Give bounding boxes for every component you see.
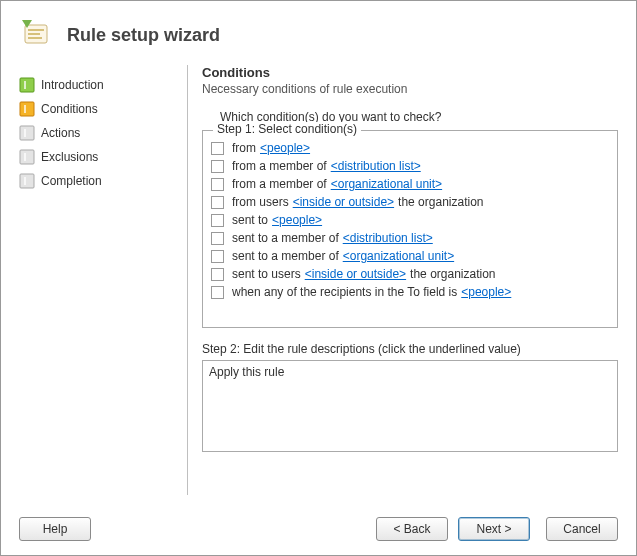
- step-label: Conditions: [41, 102, 98, 116]
- condition-text: from users: [232, 195, 289, 209]
- step-label: Exclusions: [41, 150, 98, 164]
- section-subtitle: Necessary conditions of rule execution: [202, 82, 618, 96]
- condition-link[interactable]: <distribution list>: [331, 159, 421, 173]
- cancel-button[interactable]: Cancel: [546, 517, 618, 541]
- step1-fieldset: Step 1: Select condition(s) from <people…: [202, 130, 618, 328]
- condition-checkbox[interactable]: [211, 268, 224, 281]
- condition-checkbox[interactable]: [211, 232, 224, 245]
- step-label: Completion: [41, 174, 102, 188]
- condition-checkbox[interactable]: [211, 250, 224, 263]
- condition-row[interactable]: from users <inside or outside> the organ…: [211, 193, 611, 211]
- svg-rect-13: [20, 174, 34, 188]
- sidebar-step-actions[interactable]: Actions: [19, 121, 187, 145]
- condition-row[interactable]: sent to <people>: [211, 211, 611, 229]
- condition-checkbox[interactable]: [211, 160, 224, 173]
- step-label: Actions: [41, 126, 80, 140]
- condition-row[interactable]: from a member of <organizational unit>: [211, 175, 611, 193]
- condition-checkbox[interactable]: [211, 142, 224, 155]
- condition-text: the organization: [410, 267, 495, 281]
- condition-row[interactable]: from a member of <distribution list>: [211, 157, 611, 175]
- wizard-header: Rule setup wizard: [1, 1, 636, 65]
- condition-checkbox[interactable]: [211, 214, 224, 227]
- wizard-footer: Help < Back Next > Cancel: [1, 507, 636, 555]
- svg-rect-5: [20, 78, 34, 92]
- condition-text: sent to: [232, 213, 268, 227]
- svg-rect-12: [24, 153, 26, 161]
- step-icon: [19, 101, 35, 117]
- condition-text: from: [232, 141, 256, 155]
- wizard-steps-sidebar: IntroductionConditionsActionsExclusionsC…: [19, 65, 187, 495]
- svg-rect-9: [20, 126, 34, 140]
- step-label: Introduction: [41, 78, 104, 92]
- condition-text: sent to users: [232, 267, 301, 281]
- rule-description-box[interactable]: Apply this rule: [202, 360, 618, 452]
- rule-description-text: Apply this rule: [209, 365, 284, 379]
- condition-text: the organization: [398, 195, 483, 209]
- section-title: Conditions: [202, 65, 618, 80]
- condition-text: from a member of: [232, 177, 327, 191]
- wizard-icon: [21, 19, 53, 51]
- svg-rect-6: [24, 81, 26, 89]
- svg-rect-2: [28, 33, 40, 35]
- condition-row[interactable]: when any of the recipients in the To fie…: [211, 283, 611, 301]
- wizard-title: Rule setup wizard: [67, 25, 220, 46]
- condition-row[interactable]: sent to users <inside or outside> the or…: [211, 265, 611, 283]
- vertical-divider: [187, 65, 188, 495]
- svg-rect-10: [24, 129, 26, 137]
- condition-link[interactable]: <inside or outside>: [293, 195, 394, 209]
- help-button[interactable]: Help: [19, 517, 91, 541]
- step2-label: Step 2: Edit the rule descriptions (clic…: [202, 342, 618, 356]
- sidebar-step-introduction[interactable]: Introduction: [19, 73, 187, 97]
- step1-label: Step 1: Select condition(s): [213, 122, 361, 136]
- condition-text: sent to a member of: [232, 249, 339, 263]
- condition-text: sent to a member of: [232, 231, 339, 245]
- condition-link[interactable]: <distribution list>: [343, 231, 433, 245]
- svg-rect-7: [20, 102, 34, 116]
- condition-checkbox[interactable]: [211, 196, 224, 209]
- svg-rect-3: [28, 37, 42, 39]
- condition-link[interactable]: <people>: [272, 213, 322, 227]
- step-icon: [19, 77, 35, 93]
- condition-link[interactable]: <organizational unit>: [331, 177, 442, 191]
- svg-rect-14: [24, 177, 26, 185]
- conditions-list[interactable]: from <people>from a member of <distribut…: [203, 131, 617, 327]
- next-button[interactable]: Next >: [458, 517, 530, 541]
- condition-row[interactable]: from <people>: [211, 139, 611, 157]
- step-icon: [19, 125, 35, 141]
- svg-rect-11: [20, 150, 34, 164]
- condition-link[interactable]: <people>: [461, 285, 511, 299]
- condition-link[interactable]: <people>: [260, 141, 310, 155]
- condition-text: when any of the recipients in the To fie…: [232, 285, 457, 299]
- condition-checkbox[interactable]: [211, 286, 224, 299]
- condition-checkbox[interactable]: [211, 178, 224, 191]
- condition-row[interactable]: sent to a member of <organizational unit…: [211, 247, 611, 265]
- condition-link[interactable]: <organizational unit>: [343, 249, 454, 263]
- sidebar-step-completion[interactable]: Completion: [19, 169, 187, 193]
- svg-rect-1: [28, 29, 44, 31]
- condition-link[interactable]: <inside or outside>: [305, 267, 406, 281]
- svg-rect-8: [24, 105, 26, 113]
- step-icon: [19, 149, 35, 165]
- condition-text: from a member of: [232, 159, 327, 173]
- sidebar-step-exclusions[interactable]: Exclusions: [19, 145, 187, 169]
- main-panel: Conditions Necessary conditions of rule …: [202, 65, 618, 495]
- sidebar-step-conditions[interactable]: Conditions: [19, 97, 187, 121]
- condition-row[interactable]: sent to a member of <distribution list>: [211, 229, 611, 247]
- step-icon: [19, 173, 35, 189]
- back-button[interactable]: < Back: [376, 517, 448, 541]
